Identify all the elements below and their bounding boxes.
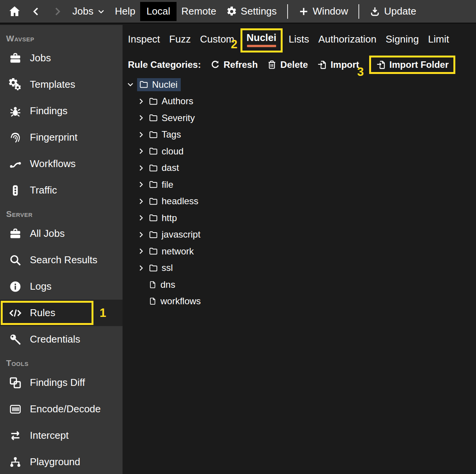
sidebar-item-findings-diff[interactable]: Findings Diff [0,369,123,396]
tree-item-authors[interactable]: Authors [123,93,476,110]
topbar-divider [287,4,288,19]
section-header-wavsep: Wavsep [6,33,123,45]
sidebar-item-encode-decode[interactable]: Encode/Decode [0,396,123,422]
tab-fuzz[interactable]: Fuzz [165,31,195,48]
traffic-light-icon [8,184,22,197]
local-toggle[interactable]: Local [140,2,176,21]
tab-inspect[interactable]: Inspect [123,31,165,48]
back-button[interactable] [26,2,47,21]
chevron-left-icon [31,6,42,17]
remote-toggle[interactable]: Remote [177,2,221,21]
sidebar-item-rules[interactable]: Rules1 [0,300,123,326]
import-folder-button[interactable]: Import Folder [376,59,449,70]
tree-item-label: headless [162,196,198,207]
tree-item-ssl[interactable]: ssl [123,260,476,277]
gear-icon [226,6,237,17]
chevron-right-icon[interactable] [137,97,148,105]
chevron-right-icon[interactable] [137,131,148,139]
import-button[interactable]: Import [317,59,359,70]
sidebar-item-label: All Jobs [30,228,65,239]
tree-item-file[interactable]: file [123,176,476,193]
folder-icon [149,263,158,273]
sidebar-item-label: Fingerprint [30,131,77,143]
folder-icon [149,213,158,223]
tree-item-tags[interactable]: Tags [123,126,476,143]
chevron-right-icon[interactable] [137,147,148,155]
folder-icon [149,197,158,206]
chevron-right-icon[interactable] [137,264,148,272]
sidebar-item-search-results[interactable]: Search Results [0,247,123,273]
rule-categories-label: Rule Categories: [128,59,201,70]
chevron-right-icon[interactable] [137,164,148,172]
tree-item-label: Severity [162,113,195,123]
chevron-right-icon[interactable] [137,114,148,122]
tab-limit[interactable]: Limit [424,31,454,48]
tree-item-severity[interactable]: Severity [123,110,476,126]
tab-nuclei[interactable]: Nuclei2 [240,28,283,52]
sidebar-item-intercept[interactable]: Intercept [0,422,123,449]
tree-item-javascript[interactable]: javascript [123,226,476,243]
refresh-button[interactable]: Refresh [210,59,258,70]
chevron-right-icon[interactable] [137,231,148,239]
tab-signing[interactable]: Signing [381,31,424,48]
sidebar-item-workflows[interactable]: Workflows [0,151,123,177]
tree-item-label: network [162,246,194,257]
sidebar-item-logs[interactable]: Logs [0,273,123,300]
window-button-label: Window [313,5,348,17]
chevron-down-icon[interactable] [126,80,137,89]
sidebar-item-all-jobs[interactable]: All Jobs [0,220,123,247]
sidebar-item-findings[interactable]: Findings [0,98,123,124]
jobs-menu[interactable]: Jobs [67,2,110,21]
tree-item-headless[interactable]: headless [123,193,476,210]
caret-down-icon [97,8,105,15]
tree-item-workflows[interactable]: workflows [123,293,476,310]
sidebar-item-credentials[interactable]: Credentials [0,326,123,353]
update-button-label: Update [384,5,416,17]
folder-icon [149,246,158,256]
delete-button[interactable]: Delete [267,59,308,70]
settings-button[interactable]: Settings [221,2,282,21]
sidebar-item-playground[interactable]: Playground [0,449,123,474]
help-button[interactable]: Help [110,2,140,21]
sidebar-item-templates[interactable]: Templates [0,71,123,98]
sidebar-item-label: Search Results [30,254,97,266]
sidebar-item-jobs[interactable]: Jobs [0,45,123,71]
folder-icon [149,163,158,173]
chevron-right-icon[interactable] [137,180,148,189]
tree-item-label: Authors [162,96,193,107]
annotation-number-3: 3 [357,65,364,79]
chevron-right-icon[interactable] [137,197,148,205]
tree-selection: Nuclei [137,78,181,91]
import-icon [376,60,386,70]
sidebar-item-traffic[interactable]: Traffic [0,177,123,203]
settings-button-label: Settings [241,5,277,17]
window-button[interactable]: Window [293,2,353,21]
sidebar-item-label: Findings Diff [30,377,85,389]
chevron-right-icon[interactable] [137,247,148,255]
sidebar-item-fingerprint[interactable]: Fingerprint [0,124,123,151]
tab-authorization[interactable]: Authorization [314,31,381,48]
chevron-right-icon[interactable] [137,214,148,222]
tree-item-dast[interactable]: dast [123,160,476,177]
import-icon [317,60,327,70]
key-icon [8,333,22,346]
tree-item-dns[interactable]: dns [123,276,476,293]
tree-item-network[interactable]: network [123,243,476,260]
tree-item-cloud[interactable]: cloud [123,143,476,160]
tab-bar: InspectFuzzCustomNuclei2ListsAuthorizati… [123,25,476,55]
forward-button[interactable] [47,2,67,21]
code-icon [8,307,22,320]
help-button-label: Help [115,5,135,17]
folder-icon [149,180,158,189]
tab-lists[interactable]: Lists [284,31,314,48]
tab-label: Fuzz [169,33,191,45]
update-button[interactable]: Update [365,2,421,21]
home-button[interactable] [3,2,26,21]
tree-item-label: http [162,213,177,223]
chevron-right-icon [52,6,62,17]
tree-item-http[interactable]: http [123,210,476,226]
sitemap-icon [8,456,22,469]
annotation-number-2: 2 [231,38,237,51]
tree-item-nuclei[interactable]: Nuclei [123,76,476,93]
gears-icon [8,78,22,91]
